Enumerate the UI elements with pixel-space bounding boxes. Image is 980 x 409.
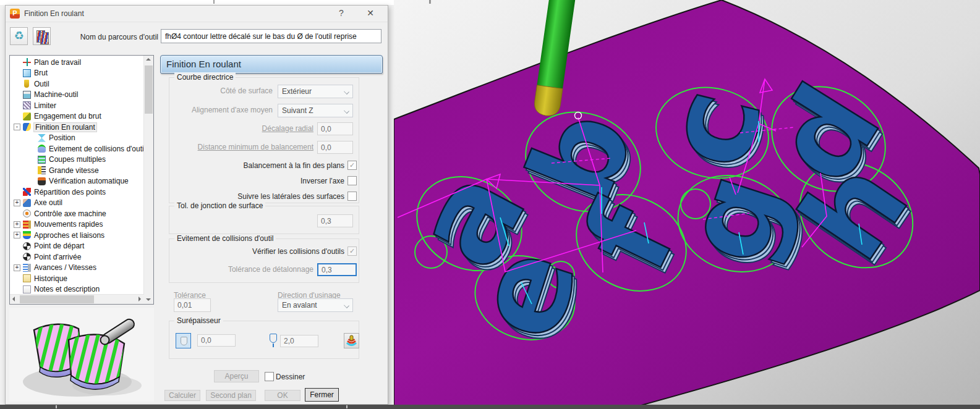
tree-item-machine-outil[interactable]: Machine-outil — [10, 90, 145, 101]
expand-expander-icon[interactable]: + — [14, 221, 20, 228]
expand-expander-icon[interactable]: + — [14, 200, 20, 206]
tree-item-mouvements-rapides[interactable]: +Mouvements rapides — [10, 219, 145, 230]
inverser-axe-checkbox[interactable] — [347, 176, 357, 185]
expand-expander-icon[interactable]: + — [14, 232, 20, 238]
tree-item-controle-axe-machine[interactable]: Contrôle axe machine — [10, 208, 145, 219]
help-button[interactable]: ? — [336, 8, 347, 18]
tree-rows: Plan de travail Brut Outil Machine-outil… — [10, 57, 145, 295]
tree-item-notes-et-description[interactable]: Notes et description — [10, 284, 145, 295]
dialog-title: Finition En roulant — [24, 9, 84, 18]
tree-item-axe-outil[interactable]: +Axe outil — [10, 198, 145, 209]
tree-vertical-scrollbar[interactable] — [143, 56, 153, 304]
toolpath-name-input[interactable] — [161, 29, 381, 43]
tree-item-plan-de-travail[interactable]: Plan de travail — [10, 57, 145, 68]
tolerance-detalonnage-field[interactable] — [317, 263, 357, 276]
fermer-button[interactable]: Fermer — [305, 388, 339, 402]
dialog-titlebar[interactable]: P Finition En roulant ? ✕ — [6, 6, 388, 22]
cote-de-surface-label: Côté de surface — [160, 86, 273, 95]
decalage-radial-field[interactable] — [317, 122, 353, 135]
scroll-down-icon[interactable] — [144, 295, 153, 304]
tree-item-coupes-multiples[interactable]: Coupes multiples — [10, 154, 145, 166]
direction-usinage-select[interactable]: En avalant — [278, 298, 353, 312]
evitement-collisions-group: Evitement de collisions d'outil — [169, 238, 359, 283]
toolpath-name-label: Nom du parcours d'outil — [43, 33, 158, 41]
machine-icon — [23, 91, 31, 99]
radial-thickness-field[interactable] — [197, 334, 236, 347]
tree-item-finition-en-roulant[interactable]: -Finition En roulant — [10, 122, 145, 133]
tool-profile-icon — [181, 337, 187, 345]
tree-item-evitement-collisions[interactable]: Evitement de collisions d'outil — [10, 143, 145, 154]
scroll-right-icon[interactable] — [135, 295, 144, 304]
tree-item-limiter[interactable]: Limiter — [10, 100, 145, 111]
swarf-finishing-icon — [23, 123, 31, 131]
radial-thickness-button[interactable] — [176, 333, 191, 348]
recycle-icon: ♻ — [14, 30, 23, 42]
tree-item-position[interactable]: Position — [10, 133, 145, 144]
decalage-radial-link[interactable]: Décalage radial — [202, 124, 313, 133]
verifier-collisions-checkbox[interactable] — [347, 247, 357, 256]
chevron-down-icon — [344, 303, 349, 308]
recycle-toolpath-button[interactable]: ♻ — [10, 27, 28, 45]
tree-item-grande-vitesse[interactable]: Grande vitesse — [10, 165, 145, 176]
limit-icon — [23, 101, 31, 109]
bottom-bar-mark — [56, 405, 57, 408]
tree-item-outil[interactable]: Outil — [10, 78, 145, 90]
calculer-button[interactable]: Calculer — [164, 390, 200, 401]
tree-item-approches-et-liaisons[interactable]: +Approches et liaisons — [10, 230, 145, 241]
end-point-icon — [23, 253, 31, 261]
tree-item-point-d-arrivee[interactable]: Point d'arrivée — [10, 251, 145, 263]
machine-axis-control-icon — [23, 209, 31, 217]
viewport-3d[interactable]: .lx{fill:#a9c3e2;stroke:#16365e;stroke-w… — [394, 0, 980, 409]
horizontal-scroll-thumb[interactable] — [20, 295, 94, 303]
rapid-moves-icon — [23, 221, 31, 229]
vertical-scroll-thumb[interactable] — [145, 65, 153, 114]
group-title: Tol. de jonction de surface — [174, 201, 265, 210]
bottom-window-bar — [0, 405, 980, 409]
feeds-speeds-icon — [23, 264, 31, 272]
alignement-axe-label: Alignement d'axe moyen — [160, 106, 273, 114]
component-thickness-button[interactable] — [344, 333, 359, 348]
distance-min-balancement-link[interactable]: Distance minimum de balancement — [177, 143, 313, 151]
balancement-fin-plans-checkbox[interactable] — [347, 161, 357, 170]
apercu-button[interactable]: Aperçu — [214, 370, 259, 382]
position-icon — [38, 134, 46, 142]
finition-en-roulant-dialog: P Finition En roulant ? ✕ ♻ Nom du parco… — [5, 5, 388, 405]
collision-avoidance-icon — [38, 145, 46, 153]
expand-expander-icon[interactable]: + — [14, 264, 20, 271]
tree-item-repartition-des-points[interactable]: Répartition des points — [10, 187, 145, 198]
scroll-left-icon[interactable] — [10, 295, 19, 304]
dessiner-checkbox[interactable] — [265, 372, 274, 381]
axial-thickness-field[interactable] — [280, 335, 318, 347]
scroll-up-icon[interactable] — [144, 56, 153, 65]
tree-item-brut[interactable]: Brut — [10, 68, 145, 79]
multiple-cuts-icon — [38, 156, 46, 164]
tolerance-field[interactable] — [174, 298, 211, 312]
dessiner-label: Dessiner — [276, 373, 305, 381]
ok-button[interactable]: OK — [265, 390, 300, 401]
background-window-strip — [0, 0, 394, 5]
tree-item-point-de-depart[interactable]: Point de départ — [10, 241, 145, 252]
tree-item-engagement-du-brut[interactable]: Engagement du brut — [10, 111, 145, 122]
bottom-bar-mark — [346, 405, 347, 408]
alignement-axe-select[interactable]: Suivant Z — [278, 104, 353, 117]
tol-jonction-field[interactable] — [317, 214, 353, 227]
stock-engagement-icon — [23, 112, 31, 120]
tree-item-verification-automatique[interactable]: Vérification automatique — [10, 176, 145, 187]
close-button[interactable]: ✕ — [364, 8, 377, 18]
tree-item-avances-vitesses[interactable]: +Avances / Vitesses — [10, 263, 145, 274]
collapse-expander-icon[interactable]: - — [14, 124, 20, 130]
distance-min-balancement-field[interactable] — [317, 141, 353, 154]
tree-horizontal-scrollbar[interactable] — [10, 294, 144, 304]
start-point-icon — [23, 242, 31, 250]
axial-tool-icon — [270, 334, 277, 343]
tolerance-detalonnage-label: Tolérance de détalonnage — [221, 265, 313, 274]
suivre-laterales-checkbox[interactable] — [347, 192, 357, 201]
cote-de-surface-select[interactable]: Extérieur — [278, 85, 353, 98]
tree-item-historique[interactable]: Historique — [10, 273, 145, 284]
thickness-icon — [346, 335, 357, 347]
auto-check-icon — [38, 177, 46, 185]
viewport-canvas[interactable]: .lx{fill:#a9c3e2;stroke:#16365e;stroke-w… — [394, 0, 980, 409]
settings-tree[interactable]: Plan de travail Brut Outil Machine-outil… — [9, 55, 154, 305]
second-plan-button[interactable]: Second plan — [206, 390, 256, 401]
powermill-app-icon: P — [10, 9, 20, 19]
